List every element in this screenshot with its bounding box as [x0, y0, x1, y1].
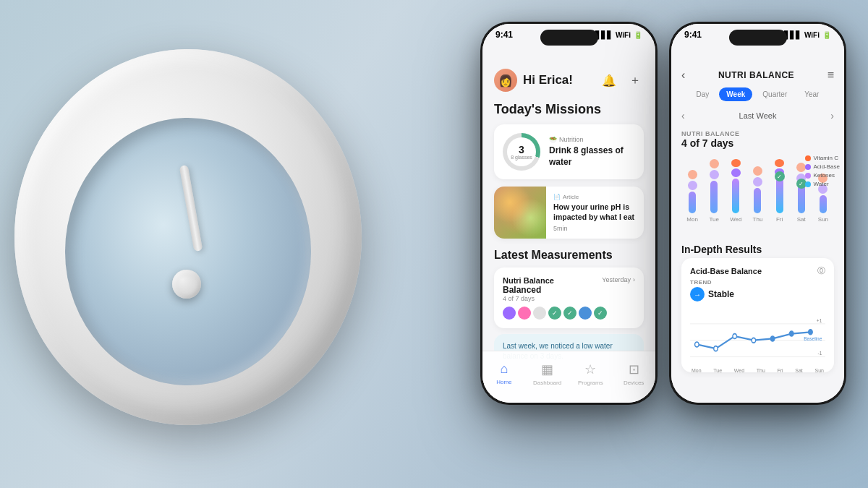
legend-water-label: Water	[814, 181, 829, 187]
phone2-screen: 9:41 ▋▋▋ WiFi 🔋 ‹ NUTRI BALANCE ≡ Day	[671, 24, 844, 403]
trend-label: TREND	[690, 279, 825, 286]
menu-icon[interactable]: ≡	[827, 69, 834, 82]
tab-quarter[interactable]: Quarter	[755, 87, 794, 101]
chart-col-tue: Tue	[703, 159, 725, 223]
toilet-outer-ring	[14, 49, 362, 425]
back-button[interactable]: ‹	[681, 69, 685, 82]
measurement-card[interactable]: Nutri Balance Balanced 4 of 7 days Yeste…	[494, 267, 644, 328]
fri-dot-1	[775, 159, 784, 167]
x-tue: Tue	[713, 368, 722, 373]
p2-tabs: Day Week Quarter Year	[671, 87, 844, 107]
chart-col-mon: Mon	[681, 159, 703, 223]
balance-section: NUTRI BALANCE 4 of 7 days	[671, 127, 844, 155]
notification-icon[interactable]: 🔔	[600, 72, 618, 89]
phone1: 9:41 ▋▋▋ WiFi 🔋 👩 Hi Erica!	[480, 22, 658, 405]
legend-dot-water	[805, 181, 811, 187]
mission-title: Drink 8 glasses of water	[549, 145, 635, 168]
checkmark-fri: ✓	[567, 309, 573, 317]
measurement-date-label: Yesterday	[602, 276, 631, 283]
thu-dots	[753, 159, 762, 213]
measurement-date: Yesterday ›	[602, 276, 635, 283]
tab-week[interactable]: Week	[719, 87, 752, 101]
svg-point-10	[770, 336, 775, 341]
line-chart-svg: +1 -1 Baseline	[690, 307, 825, 365]
thu-dot-2	[753, 177, 762, 187]
week-label: Last Week	[739, 111, 777, 120]
phone1-screen: 9:41 ▋▋▋ WiFi 🔋 👩 Hi Erica!	[482, 24, 655, 403]
tab-day[interactable]: Day	[689, 87, 717, 101]
nav-devices-label: Devices	[624, 380, 644, 386]
help-icon[interactable]: ⓪	[817, 265, 825, 276]
mission-water-card[interactable]: 3 8 glasses 🥗 Nutrition Drink 8 glasses …	[494, 124, 644, 179]
fri-label: Fri	[776, 216, 783, 223]
tue-dots	[710, 159, 719, 213]
mon-bar	[689, 192, 696, 213]
chart-col-thu: Thu	[746, 159, 768, 223]
p2-header: ‹ NUTRI BALANCE ≡	[671, 43, 844, 87]
fri-bar: ✓	[776, 177, 783, 213]
tab-year[interactable]: Year	[797, 87, 826, 101]
article-title: How your urine pH is impacted by what I …	[553, 202, 637, 222]
svg-text:-1: -1	[818, 350, 822, 357]
battery-icon-2: 🔋	[822, 31, 831, 39]
fri-check: ✓	[775, 171, 785, 181]
mission-category: 🥗 Nutrition	[549, 136, 635, 143]
chart-legend: Vitamin C Acid-Base Ketones Water	[805, 155, 840, 187]
wifi-icon: WiFi	[616, 31, 631, 39]
phone1-header: 👩 Hi Erica! 🔔 ＋	[482, 43, 655, 99]
legend-ketones: Ketones	[805, 172, 840, 179]
dot-tue	[518, 307, 531, 320]
article-icon: 📄	[553, 194, 561, 200]
nav-home[interactable]: ⌂ Home	[482, 361, 526, 385]
fri-dots: ✓	[775, 159, 784, 213]
add-icon[interactable]: ＋	[626, 72, 644, 89]
article-card[interactable]: 📄 Article How your urine pH is impacted …	[494, 187, 644, 239]
bottom-nav: ⌂ Home ▦ Dashboard ☆ Programs ⊡ Devices	[482, 351, 655, 403]
battery-icon: 🔋	[634, 31, 642, 39]
devices-icon: ⊡	[629, 361, 639, 377]
nav-programs[interactable]: ☆ Programs	[569, 361, 613, 386]
ph-line-chart: +1 -1 Baseline	[690, 307, 825, 365]
header-icons: 🔔 ＋	[600, 72, 644, 89]
prev-week-button[interactable]: ‹	[681, 110, 685, 121]
mon-label: Mon	[686, 216, 698, 223]
measurement-days: 4 of 7 days	[503, 295, 554, 302]
dot-wed	[533, 307, 546, 320]
mon-dots	[688, 159, 697, 213]
dot-fri: ✓	[563, 307, 576, 320]
nav-devices[interactable]: ⊡ Devices	[612, 361, 655, 386]
chevron-right-icon: ›	[633, 276, 635, 283]
dot-thu: ✓	[548, 307, 561, 320]
water-progress-circle: 3 8 glasses	[503, 133, 540, 171]
balance-val: 4 of 7 days	[681, 137, 834, 149]
signal-icon: ▋▋▋	[595, 31, 613, 39]
greeting-text: Hi Erica!	[523, 73, 573, 87]
wed-dot-2	[731, 168, 741, 176]
legend-acid-label: Acid-Base	[814, 163, 840, 170]
dashboard-icon: ▦	[541, 361, 553, 377]
toilet-inner-bowl	[65, 118, 311, 385]
nav-dashboard[interactable]: ▦ Dashboard	[526, 361, 569, 386]
x-wed: Wed	[734, 368, 744, 373]
legend-vitc-label: Vitamin C	[814, 155, 839, 161]
mon-dot-1	[688, 170, 697, 179]
nutrition-icon: 🥗	[549, 136, 557, 143]
measurement-dots: ✓ ✓ ✓	[503, 307, 635, 320]
next-week-button[interactable]: ›	[830, 110, 834, 121]
svg-point-12	[809, 330, 813, 335]
legend-dot-acid	[805, 164, 811, 170]
nutri-chart: Mon Tue	[671, 155, 844, 238]
dynamic-island-1	[540, 30, 598, 46]
article-category: 📄 Article	[553, 194, 637, 200]
wifi-icon-2: WiFi	[804, 31, 820, 39]
wed-dot-1	[731, 159, 741, 167]
avatar: 👩	[494, 69, 517, 92]
svg-point-9	[752, 338, 756, 343]
status-time-1: 9:41	[495, 30, 513, 40]
sat-bar: ✓	[798, 184, 805, 213]
home-icon: ⌂	[500, 361, 508, 377]
wed-label: Wed	[730, 216, 741, 223]
x-sat: Sat	[795, 368, 803, 373]
chart-col-fri: ✓ Fri	[769, 159, 791, 223]
article-time: 5min	[553, 225, 637, 232]
